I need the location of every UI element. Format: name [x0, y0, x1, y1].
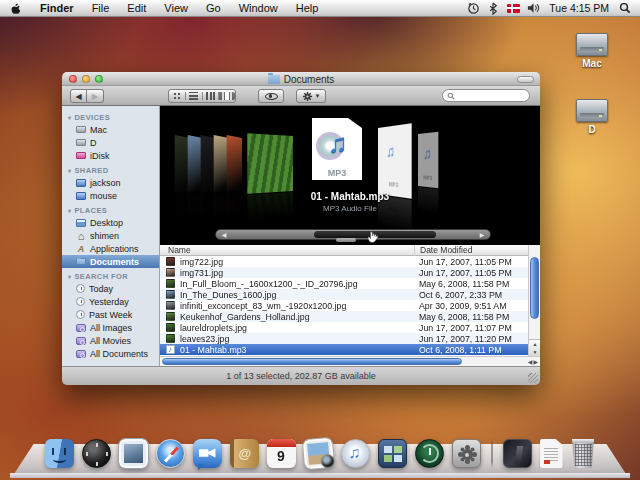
- toolbar-toggle-pill[interactable]: [517, 76, 534, 83]
- sidebar-item-all-movies[interactable]: All Movies: [62, 334, 159, 347]
- dock-finder-icon[interactable]: [45, 439, 74, 468]
- menu-file[interactable]: File: [83, 2, 119, 14]
- coverflow-cover-mp3[interactable]: [418, 132, 438, 189]
- sidebar-item-d[interactable]: D: [62, 136, 159, 149]
- dock-spaces-icon[interactable]: [378, 439, 407, 468]
- file-date-modified: May 6, 2008, 11:58 PM: [419, 312, 509, 322]
- volume-icon[interactable]: [524, 1, 542, 16]
- folder-proxy-icon[interactable]: [268, 75, 280, 84]
- scroll-left-arrow-icon[interactable]: ◀: [218, 230, 230, 239]
- dock-itunes-icon[interactable]: [341, 439, 370, 468]
- file-row[interactable]: laureldroplets.jpgJun 17, 2007, 11:07 PM: [160, 322, 528, 333]
- file-row[interactable]: 01 - Mahtab.mp3Oct 6, 2008, 1:11 PM: [160, 344, 528, 355]
- sidebar-item-today[interactable]: Today: [62, 282, 159, 295]
- menu-view[interactable]: View: [155, 2, 197, 14]
- horizontal-scrollbar[interactable]: ◀▶: [160, 356, 540, 366]
- vertical-scroll-arrows[interactable]: ▲▼: [529, 339, 540, 356]
- menu-help[interactable]: Help: [287, 2, 328, 14]
- coverflow-cover[interactable]: [227, 135, 242, 193]
- bluetooth-icon[interactable]: [484, 1, 502, 16]
- coverflow-cover[interactable]: [247, 133, 293, 194]
- spotlight-icon[interactable]: [616, 1, 634, 16]
- window-body: ▾DEVICESMacDiDisk▾SHAREDjacksonmouse▾PLA…: [62, 106, 540, 366]
- dock-time-machine-icon[interactable]: [415, 439, 444, 468]
- desktop-icon-d[interactable]: D: [563, 99, 621, 135]
- dock-ical-icon[interactable]: [267, 439, 296, 468]
- file-row[interactable]: In_The_Dunes_1600.jpgOct 6, 2007, 2:33 P…: [160, 289, 528, 300]
- sidebar-item-mouse[interactable]: mouse: [62, 189, 159, 202]
- coverflow-view-button[interactable]: [219, 92, 235, 100]
- menu-edit[interactable]: Edit: [118, 2, 155, 14]
- list-view-button[interactable]: [186, 92, 203, 100]
- disclosure-triangle-icon[interactable]: ▾: [68, 273, 71, 280]
- dock-address-book-icon[interactable]: [230, 439, 259, 468]
- dock-ichat-icon[interactable]: [193, 439, 222, 468]
- menu-bar-clock[interactable]: Tue 4:15 PM: [544, 2, 614, 14]
- dock-trash-icon[interactable]: [571, 439, 596, 468]
- icon-view-icon: [173, 92, 181, 100]
- sidebar-section-title: ▾DEVICES: [62, 109, 159, 123]
- column-view-button[interactable]: [203, 92, 220, 100]
- action-menu-button[interactable]: ▼: [296, 89, 326, 103]
- resize-grip[interactable]: [528, 373, 538, 383]
- search-field[interactable]: [442, 89, 530, 102]
- disclosure-triangle-icon[interactable]: ▾: [68, 207, 71, 214]
- sidebar-item-yesterday[interactable]: Yesterday: [62, 295, 159, 308]
- icon-view-button[interactable]: [169, 92, 186, 100]
- sidebar-item-all-images[interactable]: All Images: [62, 321, 159, 334]
- sidebar-item-desktop[interactable]: Desktop: [62, 216, 159, 229]
- file-row[interactable]: img731.jpgJun 17, 2007, 11:05 PM: [160, 267, 528, 278]
- horizontal-scrollbar-thumb[interactable]: [162, 358, 462, 365]
- horizontal-scroll-arrows[interactable]: ◀▶: [528, 358, 539, 365]
- dock-dashboard-icon[interactable]: [82, 439, 111, 468]
- column-header-name[interactable]: Name: [168, 245, 191, 256]
- disclosure-triangle-icon[interactable]: ▾: [68, 114, 71, 121]
- apple-menu-icon[interactable]: [0, 2, 31, 15]
- file-row[interactable]: infiniti_exconcept_83_wm_-1920x1200.jpgA…: [160, 300, 528, 311]
- file-row[interactable]: leaves23.jpgJun 17, 2007, 11:20 PM: [160, 333, 528, 344]
- coverflow-selected-item[interactable]: ♫ MP3: [312, 118, 362, 180]
- back-button[interactable]: ◀: [70, 89, 87, 103]
- window-title: Documents: [284, 74, 335, 85]
- menu-items: FinderFileEditViewGoWindowHelp: [31, 2, 327, 14]
- dock-stack-icon[interactable]: [503, 439, 532, 468]
- sidebar-item-documents[interactable]: Documents: [62, 255, 159, 268]
- sidebar-item-past-week[interactable]: Past Week: [62, 308, 159, 321]
- sidebar-item-mac[interactable]: Mac: [62, 123, 159, 136]
- quick-look-button[interactable]: [258, 89, 284, 103]
- scroll-right-arrow-icon[interactable]: ▶: [476, 230, 488, 239]
- vertical-scrollbar-thumb[interactable]: [530, 257, 539, 319]
- dock-safari-icon[interactable]: [156, 439, 185, 468]
- window-title-bar[interactable]: Documents: [62, 72, 540, 86]
- coverflow-cover-mp3[interactable]: [378, 123, 412, 198]
- file-row[interactable]: In_Full_Bloom_-_1600x1200_-_ID_20796.jpg…: [160, 278, 528, 289]
- dropdown-arrow-icon: ▼: [315, 93, 321, 99]
- sidebar-item-idisk[interactable]: iDisk: [62, 149, 159, 162]
- dock-mail-icon[interactable]: [119, 439, 148, 468]
- dock-system-preferences-icon[interactable]: [452, 439, 481, 468]
- image-thumbnail-icon: [166, 290, 175, 299]
- dock-iphoto-icon[interactable]: [302, 438, 333, 469]
- disclosure-triangle-icon[interactable]: ▾: [68, 167, 71, 174]
- sidebar-item-jackson[interactable]: jackson: [62, 176, 159, 189]
- list-header: Name Date Modified: [160, 245, 540, 256]
- input-language-flag-icon[interactable]: [504, 1, 522, 16]
- time-machine-menu-icon[interactable]: [464, 1, 482, 16]
- vertical-scrollbar[interactable]: ▲▼: [528, 245, 540, 356]
- coverflow-pane[interactable]: ♫ MP3 01 - Mahtab.mp3 MP3 Audio File ◀ ▶: [160, 106, 540, 245]
- menu-go[interactable]: Go: [197, 2, 230, 14]
- sidebar-item-shimen[interactable]: ⌂shimen: [62, 229, 159, 242]
- dock-document-icon[interactable]: [540, 439, 563, 468]
- sidebar-item-all-documents[interactable]: All Documents: [62, 347, 159, 360]
- forward-button[interactable]: ▶: [87, 89, 104, 103]
- file-row[interactable]: Keukenhof_Gardens_Holland.jpgMay 6, 2008…: [160, 311, 528, 322]
- column-view-icon: [206, 92, 215, 100]
- menu-finder[interactable]: Finder: [31, 2, 83, 14]
- desktop-icon-mac[interactable]: Mac: [563, 33, 621, 69]
- sidebar-item-applications[interactable]: AApplications: [62, 242, 159, 255]
- column-header-date-modified[interactable]: Date Modified: [414, 245, 472, 256]
- search-input[interactable]: [455, 91, 519, 101]
- file-row[interactable]: img722.jpgJun 17, 2007, 11:05 PM: [160, 256, 528, 267]
- menu-window[interactable]: Window: [230, 2, 287, 14]
- pane-splitter-grip[interactable]: [336, 238, 356, 242]
